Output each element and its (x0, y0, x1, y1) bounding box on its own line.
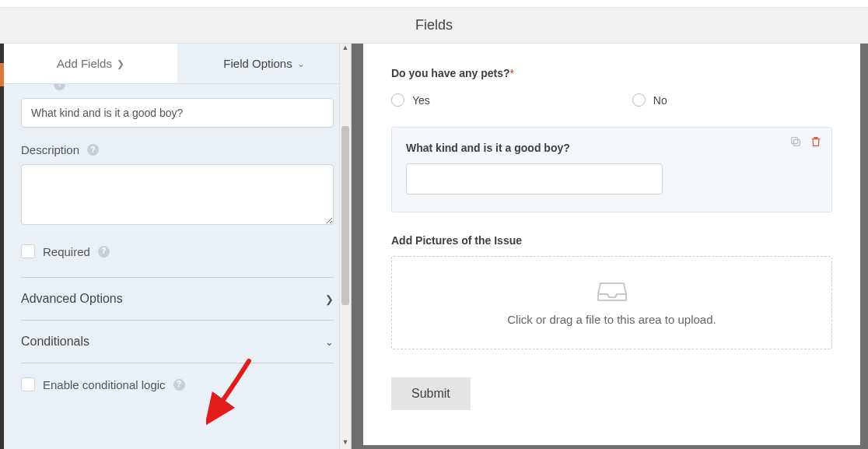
enable-conditional-label: Enable conditional logic (43, 378, 166, 391)
svg-rect-0 (793, 139, 800, 146)
panel-tabs: Add Fields ❯ Field Options ⌄ (4, 44, 351, 84)
file-dropzone[interactable]: Click or drag a file to this area to upl… (391, 256, 832, 349)
inbox-icon (597, 280, 627, 303)
conditionals-toggle[interactable]: Conditionals ⌄ (21, 321, 334, 363)
dropzone-text: Click or drag a file to this area to upl… (507, 313, 716, 326)
enable-conditional-row[interactable]: Enable conditional logic ? (21, 377, 334, 391)
section-label: Conditionals (21, 335, 89, 349)
advanced-options-toggle[interactable]: Advanced Options ❯ (21, 278, 334, 321)
selected-field-title: What kind and is it a good boy? (406, 142, 817, 154)
svg-rect-1 (792, 138, 798, 144)
enable-conditional-checkbox[interactable] (21, 377, 35, 391)
radio-icon (391, 93, 404, 107)
help-icon[interactable]: ? (173, 379, 185, 391)
header-bar: Fields (0, 8, 868, 44)
top-strip (0, 0, 868, 8)
chevron-down-icon: ⌄ (297, 58, 305, 69)
description-input[interactable] (21, 164, 334, 225)
trash-icon[interactable] (810, 135, 822, 148)
scrollbar-thumb[interactable] (341, 126, 349, 305)
radio-label: No (653, 94, 667, 107)
submit-button[interactable]: Submit (391, 377, 471, 410)
description-caption: Description (21, 143, 79, 156)
tab-field-options[interactable]: Field Options ⌄ (177, 44, 351, 83)
field-editor-panel: Add Fields ❯ Field Options ⌄ Label ? Des… (4, 44, 352, 449)
chevron-right-icon: ❯ (325, 293, 334, 305)
required-checkbox[interactable] (21, 244, 35, 258)
scroll-down-icon[interactable]: ▼ (340, 438, 351, 449)
required-label: Required (43, 245, 90, 258)
tab-label: Add Fields (57, 57, 112, 70)
help-icon[interactable]: ? (87, 144, 99, 156)
required-row[interactable]: Required ? (21, 244, 334, 258)
upload-label: Add Pictures of the Issue (391, 234, 832, 247)
preview-backdrop: Do you have any pets?* Yes No (352, 44, 868, 449)
tab-label: Field Options (223, 57, 292, 70)
submit-label: Submit (411, 387, 450, 400)
form-preview: Do you have any pets?* Yes No (363, 44, 860, 445)
chevron-right-icon: ❯ (117, 58, 124, 69)
help-icon[interactable]: ? (54, 84, 65, 90)
label-input[interactable] (21, 98, 334, 128)
page-title: Fields (415, 17, 453, 33)
radio-label: Yes (412, 94, 430, 107)
label-row: Label ? (21, 84, 334, 90)
radio-option-no[interactable]: No (632, 93, 667, 107)
required-star: * (509, 67, 513, 79)
chevron-down-icon: ⌄ (325, 336, 334, 348)
question-row: Do you have any pets?* (391, 67, 832, 79)
scroll-up-icon[interactable]: ▲ (340, 44, 351, 54)
radio-icon (632, 93, 646, 107)
section-label: Advanced Options (21, 292, 123, 306)
duplicate-icon[interactable] (789, 135, 802, 148)
selected-field-input[interactable] (406, 163, 663, 195)
scrollbar[interactable]: ▲ ▼ (339, 44, 351, 449)
tab-add-fields[interactable]: Add Fields ❯ (4, 44, 177, 83)
selected-field-card[interactable]: What kind and is it a good boy? (391, 127, 832, 212)
question-label: Do you have any pets? (391, 67, 509, 79)
radio-option-yes[interactable]: Yes (391, 93, 430, 107)
description-row: Description ? (21, 143, 334, 156)
help-icon[interactable]: ? (98, 246, 110, 258)
